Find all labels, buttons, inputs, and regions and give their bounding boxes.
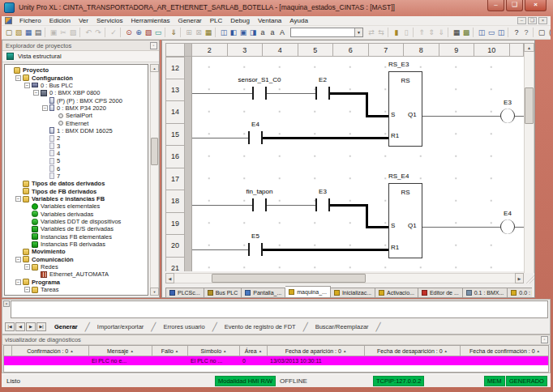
tree-item-tareas[interactable]: −Tareas [5,286,148,293]
expander-icon[interactable]: − [42,105,48,111]
tree-item-0-bus-plc[interactable]: −0 : Bus PLC [5,82,148,89]
diagnostics-alarm-row[interactable]: El PLC no e...El PLC no ...013/03/2013 1… [4,356,548,365]
scroll-up-icon[interactable]: ▲ [150,64,159,72]
scroll-right-icon[interactable]: ▶ [515,273,524,283]
analyze-program-icon[interactable]: ▧ [144,27,153,38]
editor-tab-0-0-bmx[interactable]: 0.0 : BMX... [508,288,532,298]
menu-edici-n[interactable]: Edición [45,17,75,24]
chevron-down-icon[interactable]: ▼ [354,28,362,36]
library-browser-icon[interactable]: ▩ [461,27,471,38]
expander-icon[interactable]: − [24,83,30,88]
menu-ver[interactable]: Ver [75,17,92,24]
stop-task-icon[interactable]: ▯ [401,27,411,38]
build-changes-icon[interactable]: ⊞ [184,27,194,38]
tree-item-instancias-fb-derivadas[interactable]: Instancias FB derivadas [5,241,148,248]
tile-vertical-icon[interactable]: ◫ [496,27,506,38]
help-icon[interactable]: ? [512,27,521,38]
tree-item-redes[interactable]: −Redes [5,263,148,271]
v-scroll-thumb[interactable] [525,87,534,124]
tree-item-2[interactable]: 2 [5,134,148,142]
variables-window-icon[interactable]: ◫ [219,27,229,38]
output-close-icon[interactable]: × [3,300,10,307]
menu-plc[interactable]: PLC [206,17,227,24]
print-icon[interactable]: ▤ [33,27,43,38]
v-scroll-track[interactable] [524,43,534,283]
menu-servicios[interactable]: Servicios [92,17,126,24]
tree-item-comunicaci-n[interactable]: −Comunicación [5,256,148,263]
resize-grip[interactable] [524,273,534,283]
coil-icon[interactable] [500,219,508,234]
mdi-child-icon[interactable] [5,17,12,24]
diag-column-confirmaci-n-0[interactable]: Confirmación : 0▲ [12,346,89,356]
expander-icon[interactable]: − [33,90,39,96]
editor-tab-editor-de[interactable]: Editor de ... [418,288,463,298]
search-next-icon[interactable]: a [268,27,277,38]
diagnostics-pin-icon[interactable]: ▫ [541,336,548,343]
save-project-icon[interactable]: ▦ [24,27,33,38]
tree-item-proyecto[interactable]: Proyecto [5,66,148,74]
tree-item-variables-elementales[interactable]: Variables elementales [5,202,148,210]
diag-column-fecha-de-aparici-n-0[interactable]: Fecha de aparición : 0▲ [268,346,365,356]
coil-icon[interactable] [508,109,515,123]
nav-next-icon[interactable]: ▶ [26,322,36,331]
tree-item-programa[interactable]: −Programa [5,279,148,286]
set-contact-2-bar-icon[interactable] [315,198,317,211]
export-link-icon[interactable]: ⇆ [376,27,386,38]
expander-icon[interactable]: − [24,287,30,292]
tree-item-configuraci-n[interactable]: −Configuración [5,74,148,81]
validate-icon[interactable]: ✓ [109,27,118,38]
build-all-icon[interactable]: ⊠ [194,27,204,38]
context-help-icon[interactable]: ? [521,27,531,38]
close-button[interactable]: × [525,0,547,11]
diag-column-fecha-de-desaparici-n-0[interactable]: Fecha de desaparición : 0▲ [365,346,461,356]
rebuild-project-icon[interactable]: ▦ [204,27,213,38]
menu-ayuda[interactable]: Ayuda [285,17,312,24]
coil-icon[interactable] [500,109,508,123]
sort-arrow-icon[interactable]: ▲ [175,349,178,353]
copy-icon[interactable]: ▣ [49,27,58,38]
tree-item-variables-ddt-de-dispositivos[interactable]: Variables DDT de dispositivos [5,218,148,225]
paste-icon[interactable]: ▨ [68,27,78,38]
reset-contact-bar-icon[interactable] [248,243,250,256]
output-tab-generar[interactable]: Generar [47,322,85,332]
ladder-canvas[interactable]: sensor_S1_C0E2RS_E3RSSQ1R1E3E4fin_taponE… [192,57,524,271]
select-mode-icon[interactable]: ▢ [537,27,547,38]
output-tab-buscar-reemplazar[interactable]: Buscar/Reemplazar [308,322,376,332]
menu-fichero[interactable]: Fichero [15,17,45,24]
operator-screen-icon[interactable]: ▭ [153,27,163,38]
tree-scrollbar-track[interactable] [150,64,159,296]
scroll-left-icon[interactable]: ◀ [165,273,174,283]
diag-column-fecha-de-confirmaci-n-0[interactable]: Fecha de confirmación : 0▲ [461,346,549,356]
sort-arrow-icon[interactable]: ▲ [537,349,540,353]
tree-item-4[interactable]: 4 [5,150,148,157]
nav-first-icon[interactable]: |◀ [5,322,15,331]
sort-arrow-icon[interactable]: ▲ [223,349,226,353]
upload-info-icon[interactable]: ⇑ [417,27,427,38]
set-contact-1-bar-icon[interactable] [252,198,254,211]
h-scroll-thumb[interactable] [212,274,366,283]
coil-icon[interactable] [508,219,515,234]
tree-item-0-bmx-p34-2020[interactable]: −0 : BMX P34 2020 [5,104,148,112]
sort-arrow-icon[interactable]: ▲ [259,349,262,353]
tree-item-variables-de-e-s-derivadas[interactable]: Variables de E/S derivadas [5,225,148,232]
tree-item-5[interactable]: 5 [5,157,148,164]
panel-pin-icon[interactable]: ▫ [150,42,157,49]
mdi-minimize-button[interactable]: – [517,17,526,24]
cascade-windows-icon[interactable]: ◫ [477,27,487,38]
tree-item-variables-e-instancias-fb[interactable]: −Variables e instancias FB [5,195,148,202]
tree-item-3[interactable]: 3 [5,142,148,149]
expander-icon[interactable]: − [15,196,21,202]
tree-item-instancias-fb-elementales[interactable]: Instancias FB elementales [5,233,148,241]
set-contact-1-bar-icon[interactable] [252,87,254,100]
diag-column-s-mbolo[interactable]: Símbolo▲ [188,346,240,356]
new-project-icon[interactable]: ▢ [4,27,14,38]
undo-icon[interactable]: ↶ [84,27,93,38]
mdi-close-button[interactable]: × [538,17,547,24]
transfer-project-icon[interactable]: ⇓ [169,27,178,38]
search-prev-icon[interactable]: a [258,27,268,38]
analyze-project-icon[interactable]: ⊙ [124,27,134,38]
data-editor-icon[interactable]: ◧ [229,27,238,38]
structural-view-tab[interactable]: Vista estructural [2,51,159,62]
tree-item-tipos-de-datos-derivados[interactable]: Tipos de datos derivados [5,180,148,187]
expander-icon[interactable]: − [15,257,21,262]
